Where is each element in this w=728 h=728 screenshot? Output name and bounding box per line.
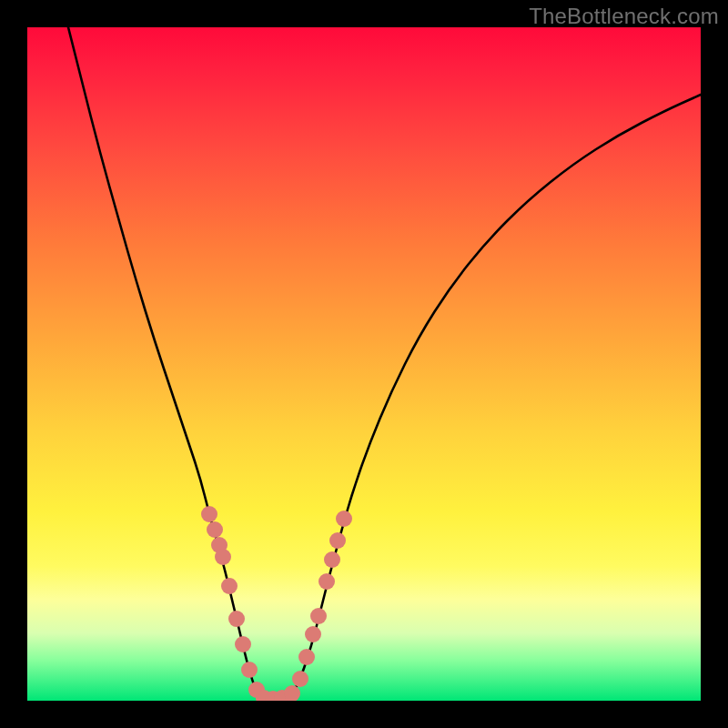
- highlight-dot: [221, 578, 238, 594]
- highlight-dot: [305, 626, 321, 642]
- highlight-dot: [318, 573, 335, 590]
- highlight-dot: [284, 685, 300, 701]
- highlight-dots: [201, 506, 352, 701]
- bottleneck-curve: [68, 27, 701, 699]
- highlight-dot: [235, 636, 251, 652]
- plot-area: [27, 27, 701, 701]
- highlight-dot: [207, 521, 223, 538]
- highlight-dot: [201, 506, 217, 522]
- highlight-dot: [298, 649, 315, 665]
- watermark-text: TheBottleneck.com: [529, 4, 719, 29]
- highlight-dot: [292, 671, 308, 687]
- chart-svg: [27, 27, 701, 701]
- highlight-dot: [241, 662, 258, 678]
- highlight-dot: [336, 511, 352, 527]
- chart-frame: TheBottleneck.com: [0, 0, 728, 728]
- highlight-dot: [310, 608, 327, 624]
- highlight-dot: [215, 549, 231, 565]
- highlight-dot: [324, 551, 340, 568]
- highlight-dot: [329, 532, 346, 549]
- highlight-dot: [228, 611, 245, 627]
